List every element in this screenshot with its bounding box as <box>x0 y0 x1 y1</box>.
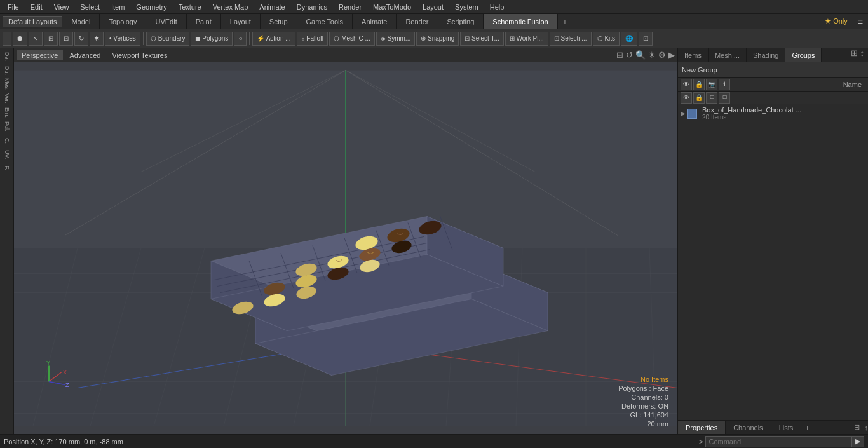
toolbar-btn-action[interactable]: ⚡ Action ... <box>252 32 295 46</box>
groups-check1-btn[interactable]: ☐ <box>706 92 717 104</box>
layout-tab-topology[interactable]: Topology <box>100 14 146 29</box>
menu-item-help[interactable]: Help <box>485 2 510 12</box>
svg-text:No Items: No Items <box>641 376 669 383</box>
layout-tab-layout[interactable]: Layout <box>221 14 261 29</box>
group-item[interactable]: ▶ Box_of_Handmade_Chocolat ... 20 Items <box>678 104 868 123</box>
menu-item-view[interactable]: View <box>49 2 74 12</box>
menu-item-file[interactable]: File <box>3 2 24 12</box>
layout-tab-setup[interactable]: Setup <box>261 14 297 29</box>
rpanel-tab-groups[interactable]: Groups <box>785 48 822 62</box>
bpanel-expand-btn[interactable]: ⊞ <box>850 423 864 431</box>
layout-tab-add-btn[interactable]: + <box>558 14 572 29</box>
layout-tab-uvedit[interactable]: UVEdit <box>146 14 186 29</box>
sidebar-item-em[interactable]: Em. <box>1 106 13 119</box>
sidebar-item-uv[interactable]: UV. <box>1 148 13 161</box>
rpanel-expand-btn[interactable]: ⊞ ↕ <box>847 48 868 62</box>
menu-item-texture[interactable]: Texture <box>173 2 207 12</box>
groups-lock2-btn[interactable]: 🔒 <box>693 92 705 104</box>
groups-lock-btn[interactable]: 🔒 <box>693 79 705 90</box>
bpanel-tab-properties[interactable]: Properties <box>678 421 726 434</box>
sidebar-item-ver[interactable]: Ver. <box>1 92 13 105</box>
toolbar-btn-dots[interactable]: ⬢ <box>13 32 27 46</box>
menu-item-geometry[interactable]: Geometry <box>131 2 172 12</box>
viewport-icons: ⊞↺🔍☀⚙▶ <box>616 50 675 60</box>
command-input[interactable] <box>705 436 851 447</box>
layout-tab-render[interactable]: Render <box>397 14 438 29</box>
rpanel-tab-shading[interactable]: Shading <box>747 48 785 62</box>
groups-check2-btn[interactable]: ☐ <box>719 92 730 104</box>
groups-info-btn[interactable]: ℹ <box>719 79 730 90</box>
toolbar-btn-polygons[interactable]: ◼ Polygons <box>191 32 233 46</box>
layout-tab-paint[interactable]: Paint <box>187 14 221 29</box>
sidebar-item-de[interactable]: De: <box>1 50 13 63</box>
layout-tab-schematic-fusion[interactable]: Schematic Fusion <box>484 14 557 29</box>
position-status: Position X, Y, Z: 170 mm, 0 m, -88 mm <box>4 438 123 445</box>
toolbar-btn-selecti[interactable]: ⊡ Selecti ... <box>550 32 592 46</box>
menu-item-maxtomodo[interactable]: MaxToModo <box>368 2 416 12</box>
groups-cam-btn[interactable]: 📷 <box>706 79 717 90</box>
viewport-tab-viewport-textures[interactable]: Viewport Textures <box>107 50 172 60</box>
toolbar-btn-kits[interactable]: ⬡ Kits <box>593 32 620 46</box>
toolbar-btn-edgeloop[interactable]: ○ <box>234 32 247 46</box>
toolbar-btn-snapping[interactable]: ⊕ Snapping <box>416 32 459 46</box>
viewport-header: PerspectiveAdvancedViewport Textures⊞↺🔍☀… <box>14 48 677 62</box>
viewport-tab-advanced[interactable]: Advanced <box>64 50 105 60</box>
toolbar-btn-brush[interactable]: ✱ <box>90 32 104 46</box>
groups-eye-btn[interactable]: 👁 <box>681 79 692 90</box>
sidebar-item-c[interactable]: C. <box>1 134 13 147</box>
viewport-tab-perspective[interactable]: Perspective <box>17 50 63 60</box>
viewport-icon-0[interactable]: ⊞ <box>616 50 623 60</box>
menu-item-select[interactable]: Select <box>75 2 105 12</box>
toolbar-btn-vertices[interactable]: • Vertices <box>105 32 140 46</box>
cmd-exec-btn[interactable]: ▶ <box>851 436 864 447</box>
toolbar-btn-boundary[interactable]: ⬡ Boundary <box>146 32 190 46</box>
toolbar-btn-workpl[interactable]: ⊞ Work Pl... <box>505 32 548 46</box>
rpanel-tab-items[interactable]: Items <box>678 48 709 62</box>
viewport-canvas[interactable]: No Items Polygons : Face Channels: 0 Def… <box>14 62 677 434</box>
toolbar-btn-transform[interactable]: ⊞ <box>44 32 58 46</box>
menu-item-render[interactable]: Render <box>334 2 367 12</box>
toolbar-btn-rotate[interactable]: ↻ <box>74 32 88 46</box>
group-expand-icon[interactable]: ▶ <box>681 110 687 117</box>
rpanel-tab-mesh-[interactable]: Mesh ... <box>709 48 747 62</box>
main-area: De:Du.Mes.Ver.Em.Pol.C.UV.F. Perspective… <box>0 48 868 434</box>
toolbar-btn-new[interactable] <box>3 32 11 46</box>
star-only-label[interactable]: ★ Only <box>820 17 853 25</box>
sidebar-item-f[interactable]: F. <box>1 162 13 175</box>
menu-item-dynamics[interactable]: Dynamics <box>292 2 332 12</box>
viewport-icon-1[interactable]: ↺ <box>626 50 633 60</box>
bpanel-tab-lists[interactable]: Lists <box>771 421 802 434</box>
toolbar-btn-falloff[interactable]: ⬦ Falloff <box>297 32 329 46</box>
viewport-icon-5[interactable]: ▶ <box>668 50 675 60</box>
toolbar-btn-cursor[interactable]: ↖ <box>29 32 43 46</box>
viewport-icon-2[interactable]: 🔍 <box>635 50 646 60</box>
layout-tab-scripting[interactable]: Scripting <box>438 14 484 29</box>
toolbar-btn-select2[interactable]: ⊡ <box>59 32 73 46</box>
layout-dropdown[interactable]: Default Layouts <box>3 16 62 27</box>
menu-item-animate[interactable]: Animate <box>254 2 290 12</box>
sidebar-item-mes[interactable]: Mes. <box>1 78 13 91</box>
toolbar-btn-selectt[interactable]: ⊡ Select T... <box>460 32 504 46</box>
layout-tab-animate[interactable]: Animate <box>353 14 397 29</box>
menu-item-layout[interactable]: Layout <box>417 2 449 12</box>
menu-item-vertex map[interactable]: Vertex Map <box>208 2 254 12</box>
toolbar-btn-globe[interactable]: 🌐 <box>621 32 637 46</box>
viewport-icon-3[interactable]: ☀ <box>648 50 656 60</box>
bpanel-add-btn[interactable]: + <box>801 424 813 431</box>
toolbar-btn-meshc[interactable]: ⬡ Mesh C ... <box>329 32 374 46</box>
bpanel-tab-channels[interactable]: Channels <box>726 421 771 434</box>
layout-expand-btn[interactable]: ≡ <box>853 17 868 27</box>
sidebar-item-du[interactable]: Du. <box>1 64 13 77</box>
new-group-label[interactable]: New Group <box>682 66 717 74</box>
menu-item-edit[interactable]: Edit <box>25 2 48 12</box>
menu-item-item[interactable]: Item <box>106 2 130 12</box>
groups-eye2-btn[interactable]: 👁 <box>681 92 692 104</box>
toolbar-btn-maximize[interactable]: ⊡ <box>639 32 653 46</box>
bpanel-collapse-btn[interactable]: ↕ <box>865 424 869 431</box>
layout-tab-model[interactable]: Model <box>62 14 100 29</box>
toolbar-btn-symm[interactable]: ◈ Symm... <box>376 32 415 46</box>
layout-tab-game-tools[interactable]: Game Tools <box>297 14 353 29</box>
menu-item-system[interactable]: System <box>450 2 484 12</box>
viewport-icon-4[interactable]: ⚙ <box>658 50 666 60</box>
sidebar-item-pol[interactable]: Pol. <box>1 120 13 133</box>
